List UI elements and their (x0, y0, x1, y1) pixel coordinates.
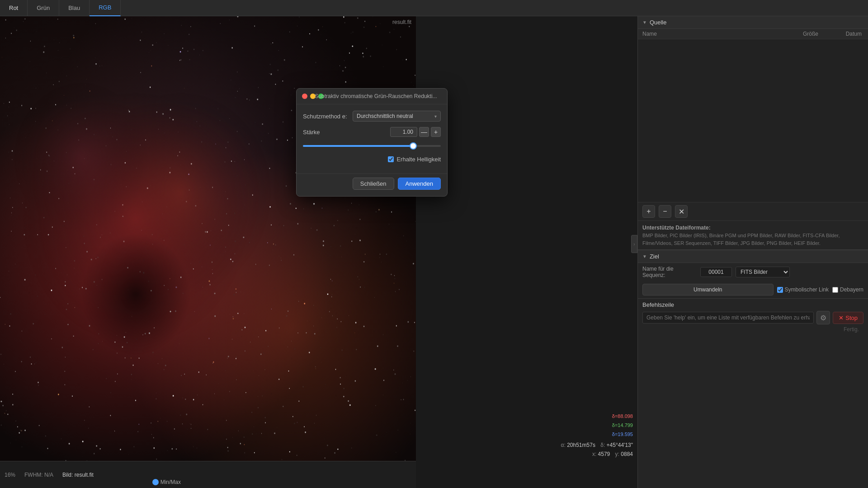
tab-blau[interactable]: Blau (59, 0, 90, 16)
symbolischer-link-checkbox[interactable] (777, 287, 783, 293)
x-label: x: (592, 451, 596, 457)
stop-button[interactable]: ✕ Stop (833, 312, 863, 324)
image-display: result.fit (0, 16, 416, 461)
bild-value: result.fit (75, 472, 94, 478)
supported-formats-text: BMP Bilder, PIC Bilder (IRIS), Binäre PG… (642, 233, 840, 246)
starke-row: Stärke — + (303, 127, 441, 137)
minmax-indicator (152, 479, 159, 485)
schutzmethode-row: Schutzmethod e: Durchschnittlich neutral… (303, 111, 441, 122)
schutzmethode-value: Durchschnittlich neutral (357, 113, 413, 119)
symbolischer-link-label[interactable]: Symbolischer Link (777, 286, 829, 293)
close-button[interactable]: Schließen (353, 178, 394, 190)
clear-files-button[interactable]: ✕ (675, 205, 688, 218)
sidebar-toggle[interactable]: › (631, 235, 637, 253)
umwandeln-row: Umwandeln Symbolischer Link Debayern (638, 281, 868, 298)
file-table-body (638, 39, 868, 202)
format-select[interactable]: FITS Bilder TIFF Bilder JPG Bilder PNG B… (736, 267, 790, 277)
ziel-title: Ziel (650, 253, 659, 260)
modal-titlebar: Subtraktiv chromatische Grün-Rauschen Re… (297, 89, 447, 104)
apply-button[interactable]: Anwenden (398, 178, 441, 190)
slider-fill (303, 145, 413, 147)
status-bar: 16% FWHM: N/A Bild: result.fit Min/Max (0, 461, 416, 488)
starke-input-group: — + (390, 127, 441, 137)
tab-rot[interactable]: Rot (0, 0, 28, 16)
ziel-sequence-input[interactable] (700, 267, 732, 277)
modal-dialog: Subtraktiv chromatische Grün-Rauschen Re… (296, 88, 448, 197)
modal-body: Schutzmethod e: Durchschnittlich neutral… (297, 104, 447, 174)
bild-label: Bild: (62, 472, 73, 478)
cmd-settings-button[interactable]: ⚙ (816, 311, 830, 324)
col-date-header: Datum (818, 31, 863, 37)
coordinates-overlay: δ=88.098 δ=14.799 δ=19.595 α: 20h51m57s … (561, 412, 633, 459)
quelle-header[interactable]: ▼ Quelle (638, 16, 868, 29)
coord-line3: δ=19.595 (612, 432, 633, 437)
erhalte-helligkeit-checkbox[interactable] (388, 156, 394, 162)
starke-label: Stärke (303, 129, 353, 136)
dec-value: +45°44'13" (607, 442, 633, 448)
slider-container[interactable] (303, 141, 441, 150)
supported-formats: Unterstützte Dateiformate: BMP Bilder, P… (638, 221, 868, 249)
select-arrow-icon: ▾ (434, 114, 437, 119)
coord-line2: δ=14.799 (612, 422, 633, 428)
befehlszeile-title: Befehlszeile (642, 301, 863, 308)
ziel-header[interactable]: ▼ Ziel (638, 250, 868, 263)
modal-footer: Schließen Anwenden (297, 174, 447, 196)
ziel-section: ▼ Ziel Name für die Sequenz: FITS Bilder… (638, 250, 868, 298)
befehlszeile-section: Befehlszeile ⚙ ✕ Stop Fertig. (638, 298, 868, 338)
top-navigation: Rot Grün Blau RGB (0, 0, 868, 16)
ziel-name-row: Name für die Sequenz: FITS Bilder TIFF B… (638, 263, 868, 281)
star-field (0, 16, 416, 461)
fertig-label: Fertig. (844, 326, 859, 333)
starke-input[interactable] (390, 127, 417, 137)
quelle-title: Quelle (650, 19, 667, 26)
slider-track (303, 145, 441, 147)
col-size-header: Größe (782, 31, 818, 37)
ra-value: 20h51m57s (567, 442, 595, 448)
schutzmethode-label: Schutzmethod e: (303, 113, 353, 120)
umwandeln-button[interactable]: Umwandeln (642, 284, 774, 296)
stop-icon: ✕ (839, 314, 844, 321)
schutzmethode-select[interactable]: Durchschnittlich neutral ▾ (353, 111, 441, 122)
y-value: 0884 (621, 451, 633, 457)
y-label: y: (615, 451, 619, 457)
add-file-button[interactable]: + (642, 205, 655, 218)
supported-formats-title: Unterstützte Dateiformate: (642, 225, 711, 231)
bild-info: Bild: result.fit (62, 472, 94, 478)
modal-title: Subtraktiv chromatische Grün-Rauschen Re… (310, 93, 442, 99)
stop-label: Stop (845, 314, 858, 321)
ziel-arrow: ▼ (642, 254, 647, 259)
debayern-label[interactable]: Debayern (832, 286, 863, 293)
slider-thumb[interactable] (410, 142, 417, 150)
zoom-level: 16% (5, 472, 15, 478)
tab-rgb[interactable]: RGB (90, 0, 121, 16)
starke-plus-button[interactable]: + (431, 127, 441, 137)
fertig-row: Fertig. (642, 324, 863, 335)
file-table-header: Name Größe Datum (638, 29, 868, 39)
traffic-light-close[interactable] (302, 94, 307, 99)
remove-file-button[interactable]: − (659, 205, 671, 218)
erhalte-helligkeit-label: Erhalte Helligkeit (396, 156, 441, 163)
fwhm-value: FWHM: N/A (24, 472, 53, 478)
befehlszeile-row: ⚙ ✕ Stop (642, 311, 863, 324)
command-input[interactable] (642, 312, 814, 324)
erhalte-helligkeit-row: Erhalte Helligkeit (303, 156, 441, 163)
quelle-buttons: + − ✕ (638, 202, 868, 221)
dec-label: δ: (600, 442, 605, 448)
tab-gruen[interactable]: Grün (28, 0, 59, 16)
result-fit-label: result.fit (392, 19, 411, 25)
quelle-arrow: ▼ (642, 20, 647, 25)
minmax-label: Min/Max (160, 479, 181, 485)
starke-minus-button[interactable]: — (419, 127, 429, 137)
right-panel: ▼ Quelle Name Größe Datum + − ✕ Unterstü… (637, 16, 868, 488)
coord-line1: δ=88.098 (612, 413, 633, 419)
x-value: 4579 (598, 451, 610, 457)
quelle-section: ▼ Quelle Name Größe Datum + − ✕ Unterstü… (638, 16, 868, 250)
ra-label: α: (561, 442, 566, 448)
ziel-name-label: Name für die Sequenz: (642, 266, 697, 278)
debayern-checkbox[interactable] (832, 287, 838, 293)
col-name-header: Name (642, 31, 782, 37)
